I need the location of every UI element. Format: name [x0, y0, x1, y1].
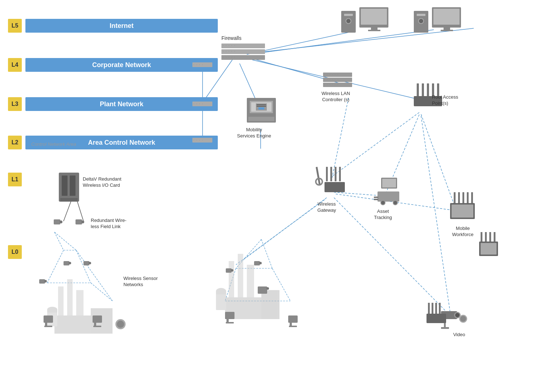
mobile-workforce-device: [450, 192, 476, 221]
factory-left: [47, 268, 127, 334]
sensor-right-3: [225, 312, 234, 319]
network-bar-corporate: Corporate Network: [25, 58, 218, 72]
control-network-area-label: Control Network Area: [31, 141, 76, 147]
sensor-left-1: [39, 279, 45, 284]
mobile-workforce-label: MobileWorkforce: [446, 226, 479, 238]
asset-tracking-label: AssetTracking: [367, 209, 399, 221]
network-bar-plant: Plant Network: [25, 97, 218, 111]
level-badge-l1: L1: [8, 173, 22, 186]
video-camera-standalone: [427, 303, 447, 323]
svg-line-4: [256, 28, 474, 53]
network-bar-internet: Internet: [25, 19, 218, 33]
sensor-node-2: [76, 219, 83, 227]
mobile-device-right: [479, 232, 499, 257]
redundant-field-link-label: Redundant Wire-less Field Link: [91, 218, 138, 230]
level-badge-l3: L3: [8, 97, 22, 111]
firewall-device: · · · · · · · · · · · · · · ·: [221, 44, 265, 61]
sensor-left-4: [44, 315, 53, 323]
level-badge-l5: L5: [8, 19, 22, 33]
network-diagram: L5 Internet L4 Corporate Network L3 Plan…: [0, 0, 555, 392]
sensor-right-2: [254, 261, 260, 265]
switch-l4: · · · ·: [192, 62, 212, 67]
sensor-left-2: [64, 261, 69, 265]
svg-line-23: [54, 232, 76, 250]
level-badge-l0: L0: [8, 245, 22, 259]
svg-line-18: [421, 116, 450, 312]
sensor-right-5: [258, 286, 267, 294]
sensor-right-1: [226, 268, 232, 273]
asset-tracking-device: [374, 178, 403, 203]
wireless-gateway-label: WirelessGateway: [309, 201, 345, 214]
wireless-gateway: [315, 167, 344, 199]
wlan-controller: · · · · · · · · · · · · · · · · · ·: [323, 73, 352, 87]
deltav-card-label: DeltaV RedundantWireless I/O Card: [83, 176, 134, 189]
switch-l2: · · · ·: [192, 138, 212, 143]
root-access-point-label: Root AccessPoint(s): [432, 94, 472, 107]
sensor-left-5: [93, 315, 102, 323]
svg-line-3: [254, 30, 434, 54]
sensor-left-6: [115, 319, 126, 329]
mse-label: MobilityServices Engine: [232, 127, 276, 139]
deltav-card: [59, 173, 79, 202]
mobility-services-engine: [247, 98, 276, 123]
level-badge-l2: L2: [8, 136, 22, 149]
svg-line-22: [54, 232, 64, 250]
firewalls-label: Firewalls: [221, 35, 258, 41]
level-badge-l4: L4: [8, 58, 22, 72]
video-label: Video: [448, 332, 470, 338]
wireless-sensor-networks-label: Wireless SensorNetworks: [123, 276, 174, 288]
wlan-controller-label: Wireless LANController (s): [316, 91, 356, 103]
sensor-node-1: [54, 219, 62, 227]
svg-line-11: [332, 98, 348, 178]
switch-l3: · · · ·: [192, 102, 212, 106]
factory-right: [214, 247, 287, 319]
sensor-left-3: [83, 261, 89, 265]
sensor-right-4: [288, 315, 298, 323]
